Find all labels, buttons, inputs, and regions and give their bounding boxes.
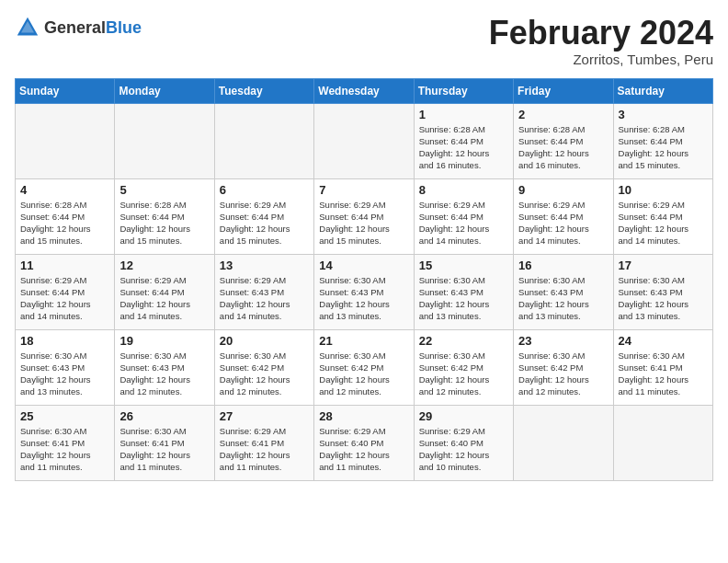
day-info: Sunrise: 6:30 AM Sunset: 6:41 PM Dayligh… <box>619 350 708 398</box>
day-info: Sunrise: 6:29 AM Sunset: 6:40 PM Dayligh… <box>319 425 408 474</box>
calendar-day-cell: 13Sunrise: 6:29 AM Sunset: 6:43 PM Dayli… <box>214 254 313 329</box>
calendar-day-cell: 29Sunrise: 6:29 AM Sunset: 6:40 PM Dayli… <box>414 405 513 480</box>
calendar-body: 1Sunrise: 6:28 AM Sunset: 6:44 PM Daylig… <box>16 103 713 480</box>
calendar-day-cell: 25Sunrise: 6:30 AM Sunset: 6:41 PM Dayli… <box>16 405 115 480</box>
calendar-day-cell <box>613 405 712 480</box>
day-info: Sunrise: 6:30 AM Sunset: 6:41 PM Dayligh… <box>20 425 109 474</box>
day-info: Sunrise: 6:29 AM Sunset: 6:44 PM Dayligh… <box>619 199 708 247</box>
day-number: 15 <box>419 259 508 272</box>
day-number: 29 <box>419 409 508 423</box>
calendar-day-cell: 7Sunrise: 6:29 AM Sunset: 6:44 PM Daylig… <box>314 178 414 254</box>
day-info: Sunrise: 6:30 AM Sunset: 6:41 PM Dayligh… <box>119 425 209 474</box>
day-info: Sunrise: 6:30 AM Sunset: 6:43 PM Dayligh… <box>518 274 608 323</box>
title-block: February 2024 Zorritos, Tumbes, Peru <box>489 15 713 67</box>
logo-general-text: General <box>44 18 106 37</box>
calendar-day-cell: 2Sunrise: 6:28 AM Sunset: 6:44 PM Daylig… <box>514 103 613 178</box>
calendar-day-cell: 18Sunrise: 6:30 AM Sunset: 6:43 PM Dayli… <box>16 329 115 405</box>
calendar-day-cell: 8Sunrise: 6:29 AM Sunset: 6:44 PM Daylig… <box>414 178 513 254</box>
day-number: 9 <box>518 183 608 197</box>
day-info: Sunrise: 6:30 AM Sunset: 6:43 PM Dayligh… <box>319 274 408 323</box>
calendar-week-row: 1Sunrise: 6:28 AM Sunset: 6:44 PM Daylig… <box>16 103 713 178</box>
day-info: Sunrise: 6:30 AM Sunset: 6:43 PM Dayligh… <box>20 350 109 398</box>
day-number: 25 <box>20 409 109 423</box>
weekday-header-cell: Tuesday <box>214 78 313 103</box>
day-number: 10 <box>619 183 708 197</box>
calendar-day-cell: 4Sunrise: 6:28 AM Sunset: 6:44 PM Daylig… <box>16 178 115 254</box>
day-number: 22 <box>419 334 508 348</box>
day-info: Sunrise: 6:30 AM Sunset: 6:42 PM Dayligh… <box>518 350 608 398</box>
day-number: 21 <box>319 334 408 348</box>
day-number: 14 <box>319 259 408 272</box>
calendar-day-cell <box>314 103 414 178</box>
day-info: Sunrise: 6:29 AM Sunset: 6:43 PM Dayligh… <box>220 274 309 323</box>
day-info: Sunrise: 6:30 AM Sunset: 6:42 PM Dayligh… <box>220 350 309 398</box>
month-year-title: February 2024 <box>489 15 713 52</box>
weekday-header-row: SundayMondayTuesdayWednesdayThursdayFrid… <box>16 78 713 103</box>
logo-blue-text: Blue <box>106 18 142 37</box>
weekday-header-cell: Thursday <box>414 78 513 103</box>
day-number: 5 <box>119 183 209 197</box>
weekday-header-cell: Friday <box>514 78 613 103</box>
calendar-day-cell: 1Sunrise: 6:28 AM Sunset: 6:44 PM Daylig… <box>414 103 513 178</box>
calendar-day-cell: 22Sunrise: 6:30 AM Sunset: 6:42 PM Dayli… <box>414 329 513 405</box>
day-info: Sunrise: 6:29 AM Sunset: 6:44 PM Dayligh… <box>319 199 408 247</box>
calendar-day-cell: 27Sunrise: 6:29 AM Sunset: 6:41 PM Dayli… <box>214 405 313 480</box>
calendar-day-cell: 11Sunrise: 6:29 AM Sunset: 6:44 PM Dayli… <box>16 254 115 329</box>
calendar-day-cell: 17Sunrise: 6:30 AM Sunset: 6:43 PM Dayli… <box>613 254 712 329</box>
day-number: 16 <box>518 259 608 272</box>
day-number: 4 <box>20 183 109 197</box>
calendar-day-cell: 19Sunrise: 6:30 AM Sunset: 6:43 PM Dayli… <box>115 329 214 405</box>
day-number: 11 <box>20 259 109 272</box>
day-number: 19 <box>119 334 209 348</box>
day-info: Sunrise: 6:29 AM Sunset: 6:41 PM Dayligh… <box>220 425 309 474</box>
weekday-header-cell: Wednesday <box>314 78 414 103</box>
calendar-day-cell: 12Sunrise: 6:29 AM Sunset: 6:44 PM Dayli… <box>115 254 214 329</box>
calendar-day-cell <box>514 405 613 480</box>
day-info: Sunrise: 6:29 AM Sunset: 6:44 PM Dayligh… <box>419 199 508 247</box>
day-number: 26 <box>119 409 209 423</box>
calendar-table: SundayMondayTuesdayWednesdayThursdayFrid… <box>15 78 713 481</box>
day-number: 2 <box>518 108 608 121</box>
day-info: Sunrise: 6:30 AM Sunset: 6:43 PM Dayligh… <box>619 274 708 323</box>
day-number: 7 <box>319 183 408 197</box>
logo-icon <box>15 15 40 40</box>
day-number: 8 <box>419 183 508 197</box>
day-number: 6 <box>220 183 309 197</box>
day-info: Sunrise: 6:30 AM Sunset: 6:43 PM Dayligh… <box>419 274 508 323</box>
calendar-day-cell: 3Sunrise: 6:28 AM Sunset: 6:44 PM Daylig… <box>613 103 712 178</box>
calendar-day-cell: 5Sunrise: 6:28 AM Sunset: 6:44 PM Daylig… <box>115 178 214 254</box>
day-number: 1 <box>419 108 508 121</box>
day-info: Sunrise: 6:29 AM Sunset: 6:44 PM Dayligh… <box>220 199 309 247</box>
weekday-header-cell: Saturday <box>613 78 712 103</box>
location-title: Zorritos, Tumbes, Peru <box>489 52 713 67</box>
calendar-day-cell: 28Sunrise: 6:29 AM Sunset: 6:40 PM Dayli… <box>314 405 414 480</box>
day-number: 3 <box>619 108 708 121</box>
day-number: 13 <box>220 259 309 272</box>
weekday-header-cell: Monday <box>115 78 214 103</box>
weekday-header-cell: Sunday <box>16 78 115 103</box>
calendar-day-cell: 10Sunrise: 6:29 AM Sunset: 6:44 PM Dayli… <box>613 178 712 254</box>
calendar-day-cell: 24Sunrise: 6:30 AM Sunset: 6:41 PM Dayli… <box>613 329 712 405</box>
calendar-day-cell: 14Sunrise: 6:30 AM Sunset: 6:43 PM Dayli… <box>314 254 414 329</box>
calendar-day-cell <box>16 103 115 178</box>
logo: GeneralBlue <box>15 15 142 40</box>
day-number: 12 <box>119 259 209 272</box>
calendar-week-row: 11Sunrise: 6:29 AM Sunset: 6:44 PM Dayli… <box>16 254 713 329</box>
calendar-day-cell: 6Sunrise: 6:29 AM Sunset: 6:44 PM Daylig… <box>214 178 313 254</box>
calendar-week-row: 18Sunrise: 6:30 AM Sunset: 6:43 PM Dayli… <box>16 329 713 405</box>
day-number: 24 <box>619 334 708 348</box>
calendar-day-cell: 23Sunrise: 6:30 AM Sunset: 6:42 PM Dayli… <box>514 329 613 405</box>
day-info: Sunrise: 6:29 AM Sunset: 6:44 PM Dayligh… <box>119 274 209 323</box>
calendar-day-cell: 26Sunrise: 6:30 AM Sunset: 6:41 PM Dayli… <box>115 405 214 480</box>
calendar-day-cell <box>214 103 313 178</box>
calendar-week-row: 4Sunrise: 6:28 AM Sunset: 6:44 PM Daylig… <box>16 178 713 254</box>
page-header: GeneralBlue February 2024 Zorritos, Tumb… <box>15 15 713 67</box>
calendar-day-cell: 16Sunrise: 6:30 AM Sunset: 6:43 PM Dayli… <box>514 254 613 329</box>
day-info: Sunrise: 6:28 AM Sunset: 6:44 PM Dayligh… <box>619 123 708 172</box>
day-info: Sunrise: 6:29 AM Sunset: 6:44 PM Dayligh… <box>518 199 608 247</box>
day-number: 23 <box>518 334 608 348</box>
day-number: 27 <box>220 409 309 423</box>
calendar-day-cell <box>115 103 214 178</box>
day-info: Sunrise: 6:28 AM Sunset: 6:44 PM Dayligh… <box>20 199 109 247</box>
day-info: Sunrise: 6:29 AM Sunset: 6:44 PM Dayligh… <box>20 274 109 323</box>
